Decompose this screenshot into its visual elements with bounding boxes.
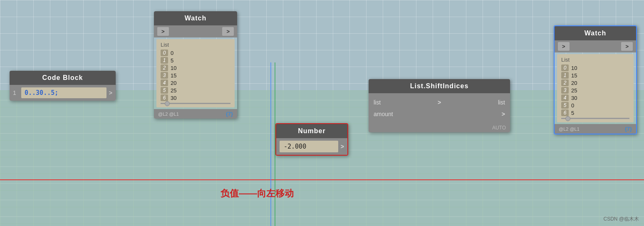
shift-amount-arrow[interactable]: > bbox=[502, 111, 505, 117]
watch2-ports: > > bbox=[555, 40, 636, 52]
watch-node-1: Watch > > List 0015210315420525630 @L2 @… bbox=[154, 11, 237, 119]
list-index: 4 bbox=[561, 94, 569, 101]
list-value: 15 bbox=[571, 72, 577, 79]
list-item: 525 bbox=[161, 87, 230, 94]
list-item: 210 bbox=[161, 65, 230, 71]
watch1-header: Watch bbox=[154, 11, 237, 25]
list-item: 010 bbox=[561, 65, 629, 71]
shift-list-arrow[interactable]: > bbox=[438, 99, 441, 106]
list-index: 5 bbox=[561, 102, 569, 109]
number-body: -2.000 > bbox=[276, 138, 347, 155]
shift-list-out-label: list bbox=[498, 99, 505, 106]
list-value: 15 bbox=[171, 72, 176, 79]
list-index: 6 bbox=[161, 94, 168, 101]
watermark: CSDN @临木木 bbox=[603, 216, 639, 223]
list-item: 315 bbox=[161, 72, 230, 79]
watch2-slider-thumb[interactable] bbox=[565, 116, 570, 121]
watch1-left-port[interactable]: > bbox=[157, 27, 169, 36]
list-index: 3 bbox=[161, 72, 168, 79]
list-item: 00 bbox=[161, 50, 230, 56]
list-item: 630 bbox=[161, 94, 230, 101]
list-value: 20 bbox=[571, 80, 577, 86]
list-value: 0 bbox=[571, 102, 574, 109]
watch1-list-title: List bbox=[161, 42, 230, 48]
shift-auto-label: AUTO bbox=[492, 125, 506, 131]
list-item: 220 bbox=[561, 79, 629, 86]
watch2-list-title: List bbox=[561, 57, 629, 63]
watch1-footer-labels: @L2 @L1 bbox=[158, 112, 179, 117]
code-block-node: Code Block 1 0..30..5; > bbox=[10, 71, 116, 101]
shift-header: List.ShiftIndices bbox=[369, 79, 510, 93]
list-item: 420 bbox=[161, 79, 230, 86]
annotation-text: 负值——向左移动 bbox=[220, 187, 294, 200]
list-value: 10 bbox=[571, 65, 577, 71]
list-index: 6 bbox=[561, 109, 569, 116]
shift-list-in-label: list bbox=[374, 99, 381, 106]
code-block-header: Code Block bbox=[10, 71, 116, 85]
list-item: 325 bbox=[561, 87, 629, 94]
list-index: 4 bbox=[161, 79, 168, 86]
list-index: 5 bbox=[161, 87, 168, 94]
code-block-body: 1 0..30..5; > bbox=[10, 85, 116, 101]
watch2-header: Watch bbox=[555, 26, 636, 40]
watch1-footer-count: {7} bbox=[226, 111, 233, 117]
watch2-right-port[interactable]: > bbox=[621, 42, 633, 51]
grid-background bbox=[0, 0, 644, 226]
list-item: 115 bbox=[561, 72, 629, 79]
list-index: 2 bbox=[161, 65, 168, 71]
list-value: 10 bbox=[171, 65, 176, 71]
watch2-list-items: 0101152203254305065 bbox=[561, 65, 629, 116]
list-value: 20 bbox=[171, 80, 176, 86]
shift-indices-node: List.ShiftIndices list > list amount > A… bbox=[369, 79, 510, 132]
list-index: 3 bbox=[561, 87, 569, 94]
list-value: 30 bbox=[571, 95, 577, 101]
watch2-slider[interactable] bbox=[561, 118, 629, 119]
list-item: 430 bbox=[561, 94, 629, 101]
watch1-ports: > > bbox=[154, 25, 237, 37]
list-item: 15 bbox=[161, 57, 230, 64]
list-index: 1 bbox=[561, 72, 569, 79]
watch1-footer: @L2 @L1 {7} bbox=[154, 109, 237, 119]
list-value: 0 bbox=[171, 50, 173, 56]
number-node: Number -2.000 > bbox=[275, 123, 348, 156]
grid-perspective bbox=[0, 90, 644, 226]
watch1-slider[interactable] bbox=[161, 103, 230, 104]
watch2-footer: @L2 @L1 {7} bbox=[555, 124, 636, 134]
list-value: 5 bbox=[171, 57, 173, 64]
code-block-index: 1 bbox=[13, 89, 19, 96]
watch2-left-port[interactable]: > bbox=[558, 42, 570, 51]
list-value: 25 bbox=[171, 87, 176, 94]
watch2-list: List 0101152203254305065 bbox=[557, 54, 634, 122]
list-index: 0 bbox=[161, 50, 168, 56]
watch1-list-items: 0015210315420525630 bbox=[161, 50, 230, 101]
watch2-footer-labels: @L2 @L1 bbox=[559, 127, 580, 132]
number-value[interactable]: -2.000 bbox=[280, 141, 338, 152]
watch2-footer-count: {7} bbox=[625, 126, 632, 132]
watch-node-2: Watch > > List 0101152203254305065 @L2 @… bbox=[554, 25, 637, 134]
z-axis-blue bbox=[270, 62, 271, 226]
watch1-list: List 0015210315420525630 bbox=[156, 39, 235, 107]
list-item: 65 bbox=[561, 109, 629, 116]
number-output-port[interactable]: > bbox=[341, 143, 344, 150]
watch1-right-port[interactable]: > bbox=[222, 27, 234, 36]
watch1-slider-thumb[interactable] bbox=[165, 101, 170, 106]
list-item: 50 bbox=[561, 102, 629, 109]
list-index: 1 bbox=[161, 57, 168, 64]
shift-footer: AUTO bbox=[369, 123, 510, 132]
list-value: 30 bbox=[171, 95, 176, 101]
number-header: Number bbox=[276, 124, 347, 138]
shift-list-port-row: list > list bbox=[374, 97, 505, 108]
shift-body: list > list amount > bbox=[369, 93, 510, 123]
code-block-code[interactable]: 0..30..5; bbox=[21, 87, 107, 98]
list-index: 2 bbox=[561, 79, 569, 86]
code-block-output-port[interactable]: > bbox=[109, 89, 112, 96]
shift-amount-in-label: amount bbox=[374, 111, 393, 117]
x-axis bbox=[0, 179, 644, 180]
list-index: 0 bbox=[561, 65, 569, 71]
shift-amount-port-row: amount > bbox=[374, 108, 505, 120]
list-value: 25 bbox=[571, 87, 577, 94]
list-value: 5 bbox=[571, 110, 574, 116]
